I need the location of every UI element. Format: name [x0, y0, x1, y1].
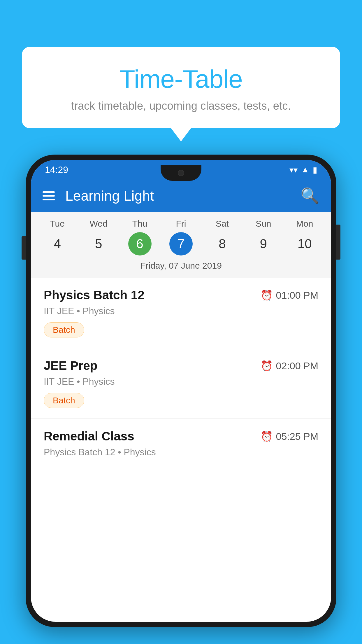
class-item[interactable]: JEE Prep ⏰ 02:00 PM IIT JEE • Physics Ba… — [31, 348, 331, 419]
speech-bubble: Time-Table track timetable, upcoming cla… — [22, 47, 340, 128]
day-7-selected[interactable]: 7 — [169, 232, 193, 256]
signal-icon: ▲ — [301, 165, 309, 174]
bubble-subtitle: track timetable, upcoming classes, tests… — [45, 100, 317, 112]
day-header-fri: Fri — [160, 219, 201, 229]
day-5[interactable]: 5 — [87, 232, 110, 256]
class-list: Physics Batch 12 ⏰ 01:00 PM IIT JEE • Ph… — [31, 278, 331, 474]
volume-button — [22, 236, 26, 260]
phone-screen: 14:29 ▾▾ ▲ ▮ Learning Light 🔍 — [31, 160, 331, 622]
day-header-tue: Tue — [37, 219, 78, 229]
day-9[interactable]: 9 — [252, 232, 275, 256]
class-name: Physics Batch 12 — [44, 288, 145, 302]
class-item-header: Remedial Class ⏰ 05:25 PM — [44, 429, 318, 443]
class-time: ⏰ 02:00 PM — [261, 360, 318, 372]
power-button — [336, 225, 340, 260]
selected-date-label: Friday, 07 June 2019 — [37, 261, 325, 274]
app-bar: Learning Light 🔍 — [31, 180, 331, 212]
menu-button[interactable] — [43, 191, 55, 200]
bubble-title: Time-Table — [45, 64, 317, 94]
hamburger-line — [43, 191, 55, 193]
day-header-sat: Sat — [202, 219, 243, 229]
class-meta: IIT JEE • Physics — [44, 306, 318, 316]
class-name: JEE Prep — [44, 359, 97, 373]
phone-notch — [161, 165, 201, 181]
class-time: ⏰ 05:25 PM — [261, 430, 318, 442]
search-icon[interactable]: 🔍 — [301, 187, 319, 205]
class-item-header: JEE Prep ⏰ 02:00 PM — [44, 359, 318, 373]
day-header-thu: Thu — [119, 219, 160, 229]
hamburger-line — [43, 195, 55, 197]
batch-tag: Batch — [44, 393, 84, 408]
day-8[interactable]: 8 — [210, 232, 234, 256]
day-headers: Tue Wed Thu Fri Sat Sun Mon — [37, 219, 325, 229]
class-name: Remedial Class — [44, 429, 134, 443]
camera-dot — [178, 170, 184, 176]
battery-icon: ▮ — [313, 165, 317, 175]
class-item-header: Physics Batch 12 ⏰ 01:00 PM — [44, 288, 318, 302]
speech-bubble-section: Time-Table track timetable, upcoming cla… — [22, 47, 340, 128]
phone-wrapper: 14:29 ▾▾ ▲ ▮ Learning Light 🔍 — [26, 155, 336, 644]
day-numbers: 4 5 6 7 8 9 10 — [37, 232, 325, 256]
status-time: 14:29 — [45, 164, 68, 175]
class-time: ⏰ 01:00 PM — [261, 289, 318, 301]
phone-frame: 14:29 ▾▾ ▲ ▮ Learning Light 🔍 — [26, 155, 336, 627]
clock-icon: ⏰ — [261, 360, 273, 372]
day-4[interactable]: 4 — [46, 232, 69, 256]
app-title: Learning Light — [65, 188, 154, 204]
wifi-icon: ▾▾ — [289, 165, 298, 175]
day-6-today[interactable]: 6 — [128, 232, 152, 256]
class-meta: Physics Batch 12 • Physics — [44, 447, 318, 458]
day-header-wed: Wed — [78, 219, 119, 229]
status-icons: ▾▾ ▲ ▮ — [289, 165, 317, 175]
batch-tag: Batch — [44, 322, 84, 337]
class-item[interactable]: Physics Batch 12 ⏰ 01:00 PM IIT JEE • Ph… — [31, 278, 331, 348]
clock-icon: ⏰ — [261, 430, 273, 442]
day-10[interactable]: 10 — [293, 232, 316, 256]
day-header-mon: Mon — [284, 219, 325, 229]
calendar-week: Tue Wed Thu Fri Sat Sun Mon 4 5 6 7 8 9 … — [31, 212, 331, 278]
day-header-sun: Sun — [243, 219, 284, 229]
class-meta: IIT JEE • Physics — [44, 376, 318, 387]
app-bar-left: Learning Light — [43, 188, 154, 204]
clock-icon: ⏰ — [261, 289, 273, 301]
class-item[interactable]: Remedial Class ⏰ 05:25 PM Physics Batch … — [31, 419, 331, 474]
hamburger-line — [43, 199, 55, 200]
